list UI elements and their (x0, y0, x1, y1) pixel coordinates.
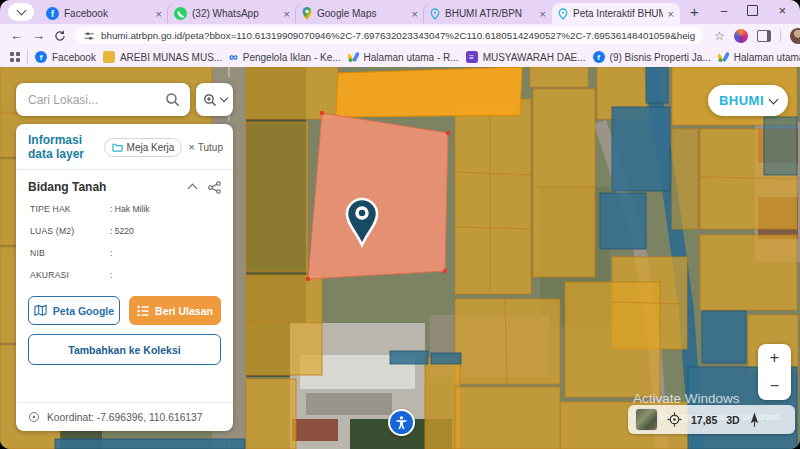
bookmark-bisnis-properti[interactable]: f (9) Bisnis Properti Ja... (593, 51, 711, 63)
field-row: AKURASI: (30, 270, 219, 280)
extension-colorful-icon[interactable] (734, 29, 748, 43)
bookmark-label: Halaman utama - R... (734, 52, 800, 63)
bookmark-halaman-utama-2[interactable]: Halaman utama - R... (718, 52, 800, 63)
address-bar[interactable]: bhumi.atrbpn.go.id/peta?bbox=110.6131990… (75, 27, 703, 44)
close-panel-button[interactable]: × Tutup (188, 141, 223, 153)
bookmark-label: Facebook (52, 52, 96, 63)
bhumi-logo-button[interactable]: BHUMI (708, 85, 788, 116)
field-row: TIPE HAK: Hak Milik (30, 204, 219, 214)
tab-label: Google Maps (317, 8, 407, 19)
divider (780, 29, 781, 42)
peta-google-button[interactable]: Peta Google (28, 296, 120, 325)
close-icon: × (188, 141, 194, 153)
meta-icon: ∞ (229, 51, 238, 63)
meja-kerja-label: Meja Kerja (127, 142, 175, 153)
scale-value: 17,85 (691, 414, 717, 426)
bookmark-label: AREBI MUNAS MUS... (120, 52, 222, 63)
bookmark-label: (9) Bisnis Properti Ja... (610, 52, 711, 63)
tab-label: BHUMI ATR/BPN (445, 8, 535, 19)
google-ads-icon (718, 52, 729, 62)
bookmark-musyawarah[interactable]: ≡ MUSYAWARAH DAE... (466, 51, 586, 63)
new-tab-button[interactable]: + (690, 3, 699, 20)
tab-search-button[interactable] (8, 3, 34, 21)
advanced-search-button[interactable] (196, 83, 233, 116)
tab-label: Peta Interaktif BHUMI ATR/B (573, 8, 663, 19)
tab-close-icon[interactable]: × (156, 8, 162, 20)
bookmark-label: MUSYAWARAH DAE... (483, 52, 586, 63)
map-status-bar: 17,85 3D (628, 405, 795, 434)
field-row: NIB: (30, 248, 219, 258)
profile-avatar[interactable] (790, 28, 800, 44)
reload-button[interactable] (54, 30, 66, 42)
field-row: LUAS (M2): 5220 (30, 226, 219, 236)
tutup-label: Tutup (198, 142, 223, 153)
browser-window: f Facebook × (32) WhatsApp × Google Maps… (0, 0, 800, 449)
chevron-down-icon (219, 94, 227, 102)
tab-whatsapp[interactable]: (32) WhatsApp × (168, 3, 296, 24)
close-window-button[interactable]: × (778, 3, 786, 18)
accessibility-button[interactable] (388, 409, 415, 436)
url-text[interactable]: bhumi.atrbpn.go.id/peta?bbox=110.6131990… (101, 30, 695, 41)
bookmark-star-icon[interactable]: ☆ (714, 29, 725, 43)
mode-3d-button[interactable]: 3D (726, 414, 739, 426)
location-search-box[interactable] (16, 83, 190, 116)
tab-google-maps[interactable]: Google Maps × (296, 3, 424, 24)
parcel-section-header: Bidang Tanah (16, 170, 233, 202)
side-panel-icon[interactable] (757, 30, 771, 42)
chevron-down-icon (769, 94, 779, 104)
facebook-icon: f (35, 51, 47, 63)
back-button[interactable]: ← (10, 29, 23, 42)
search-input[interactable] (26, 92, 165, 108)
bhumi-pin-icon (430, 8, 440, 20)
maximize-button[interactable] (747, 5, 758, 16)
beri-ulasan-label: Beri Ulasan (155, 305, 213, 317)
bookmarks-bar: f Facebook AREBI MUNAS MUS... ∞ Pengelol… (0, 47, 800, 67)
zoom-in-button[interactable]: + (770, 350, 779, 366)
collapse-chevron-icon[interactable] (188, 184, 198, 194)
review-list-icon (137, 305, 149, 317)
zoom-out-button[interactable]: − (770, 378, 779, 394)
site-info-icon[interactable] (83, 30, 95, 42)
apps-grid-icon[interactable] (10, 52, 20, 63)
search-icon[interactable] (165, 92, 180, 107)
tab-peta-interaktif-active[interactable]: Peta Interaktif BHUMI ATR/B × (552, 3, 680, 24)
map-zoom-control: + − (758, 344, 791, 400)
tambahkan-koleksi-button[interactable]: Tambahkan ke Koleksi (28, 334, 221, 365)
forward-button[interactable]: → (32, 29, 45, 42)
share-icon[interactable] (208, 181, 221, 194)
tab-close-icon[interactable]: × (540, 8, 546, 20)
tab-label: (32) WhatsApp (192, 8, 279, 19)
activate-windows-watermark: Activate Windows (633, 391, 740, 406)
chevron-down-icon (16, 6, 26, 16)
meja-kerja-button[interactable]: Meja Kerja (104, 138, 183, 157)
tab-facebook[interactable]: f Facebook × (40, 3, 168, 24)
basemap-thumbnail[interactable] (635, 408, 658, 431)
panel-header: Informasi data layer Meja Kerja × Tutup (16, 124, 233, 170)
gps-crosshair-icon[interactable] (667, 412, 682, 427)
field-value: : 5220 (110, 226, 134, 236)
compass-north-icon[interactable] (749, 412, 760, 427)
bookmark-facebook[interactable]: f Facebook (35, 51, 96, 63)
musyawarah-icon: ≡ (466, 51, 478, 63)
bookmark-pengelola-iklan[interactable]: ∞ Pengelola Iklan - Ke... (229, 51, 340, 63)
tab-bhumi[interactable]: BHUMI ATR/BPN × (424, 3, 552, 24)
field-label: TIPE HAK (30, 204, 110, 214)
tab-close-icon[interactable]: × (668, 8, 674, 20)
bookmark-halaman-utama-1[interactable]: Halaman utama - R... (348, 52, 459, 63)
selected-parcel[interactable] (306, 111, 450, 281)
field-label: AKURASI (30, 270, 110, 280)
field-label: LUAS (M2) (30, 226, 110, 236)
tab-strip: f Facebook × (32) WhatsApp × Google Maps… (0, 0, 800, 24)
section-title: Bidang Tanah (28, 180, 189, 194)
facebook-icon: f (46, 7, 59, 20)
tab-close-icon[interactable]: × (284, 8, 290, 20)
window-controls: – × (721, 3, 800, 24)
beri-ulasan-button[interactable]: Beri Ulasan (129, 296, 221, 325)
arebi-icon (103, 51, 115, 63)
google-ads-icon (348, 52, 359, 62)
minimize-button[interactable]: – (721, 4, 728, 18)
action-buttons: Peta Google Beri Ulasan (16, 292, 233, 325)
tab-close-icon[interactable]: × (412, 8, 418, 20)
divider (27, 51, 28, 64)
bookmark-arebi[interactable]: AREBI MUNAS MUS... (103, 51, 222, 63)
